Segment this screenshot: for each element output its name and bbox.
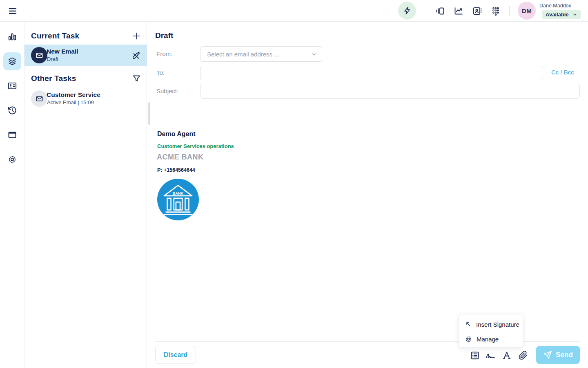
chevron-down-icon (311, 51, 317, 58)
layers-icon (7, 56, 17, 66)
contacts-book-icon (472, 6, 482, 16)
gear-icon (465, 335, 472, 343)
availability-dropdown[interactable]: Available (542, 10, 581, 19)
add-task-button[interactable] (131, 31, 142, 41)
avatar-initials: DM (522, 7, 532, 14)
topbar: DM Dane Maddox Available (0, 0, 588, 22)
insert-signature-button[interactable] (485, 350, 496, 361)
other-tasks-header: Other Tasks (31, 74, 76, 83)
to-input[interactable] (200, 66, 543, 80)
signature-name: Demo Agent (157, 130, 196, 138)
attach-file-button[interactable] (518, 350, 528, 361)
menu-item-label: Manage (477, 336, 499, 343)
rail-item-stats[interactable] (3, 28, 21, 46)
subject-label: Subject: (156, 88, 178, 94)
analytics-button[interactable] (454, 6, 463, 16)
apps-grid-button[interactable] (491, 6, 501, 16)
signature-role: Customer Services operations (157, 143, 234, 149)
pen-edit-icon (131, 51, 141, 60)
left-rail (0, 22, 24, 368)
rail-item-tasks[interactable] (3, 52, 21, 70)
email-task-avatar (31, 90, 47, 107)
template-list-icon (470, 350, 480, 360)
from-label: From: (156, 50, 172, 57)
templates-button[interactable] (470, 350, 480, 361)
chevron-down-icon (572, 12, 577, 17)
from-placeholder: Select an email address ... (207, 51, 279, 58)
current-task-header: Current Task (31, 31, 79, 40)
signature-company: ACME BANK (157, 153, 204, 162)
send-button[interactable]: Send (536, 346, 580, 364)
from-select[interactable]: Select an email address ... (200, 46, 322, 62)
paperclip-icon (518, 350, 528, 360)
hamburger-menu-button[interactable] (7, 5, 19, 17)
side-panel-button[interactable] (435, 6, 445, 16)
rail-item-browser[interactable] (3, 126, 21, 144)
draft-title: Draft (155, 31, 173, 40)
hamburger-icon (9, 7, 17, 15)
rail-item-contacts[interactable] (3, 77, 21, 95)
topbar-divider (426, 6, 426, 16)
topbar-divider (509, 6, 510, 16)
availability-label: Available (546, 11, 569, 18)
side-panel-icon (435, 6, 445, 16)
bank-logo-label: BANK (173, 191, 184, 195)
browser-window-icon (7, 130, 17, 140)
task-subtitle: Active Email | 15:09 (47, 99, 94, 105)
email-task-avatar (31, 47, 47, 63)
envelope-icon (36, 52, 43, 59)
discard-button[interactable]: Discard (155, 346, 196, 364)
user-avatar[interactable]: DM (518, 2, 536, 20)
cc-bcc-link[interactable]: Cc / Bcc (551, 69, 574, 76)
paper-plane-icon (543, 350, 552, 359)
gear-icon (7, 155, 17, 164)
line-chart-icon (454, 6, 463, 16)
dots-grid-icon (491, 6, 501, 16)
signature-phone: P: +1564564644 (157, 167, 195, 173)
plus-icon (131, 31, 141, 41)
envelope-icon (36, 95, 43, 103)
font-format-button[interactable] (501, 350, 512, 361)
task-title: Customer Service (47, 91, 100, 99)
font-icon (502, 350, 512, 360)
to-label: To: (156, 69, 165, 76)
task-subtitle: Draft (47, 56, 58, 62)
insert-signature-menu-item[interactable]: Insert Signature (459, 317, 523, 331)
task-row-customer-service[interactable]: Customer Service Active Email | 15:09 (24, 88, 147, 109)
task-panel: Current Task New Email Draft Other Tasks… (24, 22, 147, 368)
body-scrollbar[interactable] (148, 102, 150, 125)
subject-input[interactable] (200, 84, 580, 99)
email-body[interactable]: Demo Agent Customer Services operations … (149, 103, 582, 341)
filter-tasks-button[interactable] (131, 73, 142, 84)
rail-item-history[interactable] (3, 101, 21, 119)
filter-icon (132, 74, 141, 83)
task-row-new-email[interactable]: New Email Draft (24, 45, 147, 66)
edit-draft-button[interactable] (131, 50, 141, 60)
app-window: DM Dane Maddox Available Current Task (0, 0, 588, 368)
menu-item-label: Insert Signature (476, 321, 519, 328)
lightning-icon (403, 6, 412, 15)
arrow-up-left-icon (465, 321, 472, 328)
user-name: Dane Maddox (539, 3, 571, 9)
signature-icon (485, 350, 496, 361)
select-divider (307, 50, 307, 59)
email-composer: Draft From: Select an email address ... … (147, 22, 588, 368)
quick-actions-button[interactable] (398, 2, 416, 20)
bank-logo: BANK (157, 179, 199, 220)
contacts-button[interactable] (472, 6, 482, 16)
manage-signatures-menu-item[interactable]: Manage (459, 332, 523, 346)
signature-popover: Insert Signature Manage (459, 314, 523, 348)
id-card-icon (7, 81, 17, 91)
history-icon (7, 105, 17, 115)
task-title: New Email (47, 48, 78, 55)
rail-item-settings[interactable] (3, 150, 21, 168)
bar-chart-icon (7, 32, 17, 42)
send-label: Send (556, 351, 573, 359)
